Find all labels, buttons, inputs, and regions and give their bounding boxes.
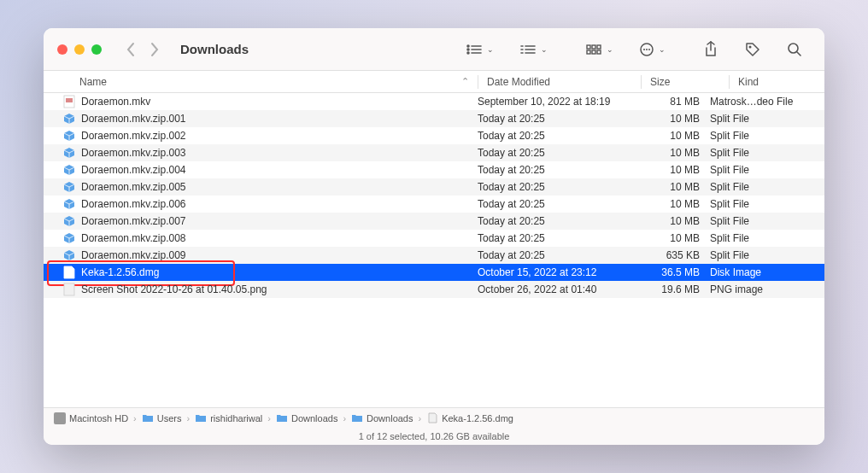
svg-point-0 — [467, 45, 469, 47]
forward-button[interactable] — [150, 42, 160, 57]
path-label: rishidhariwal — [210, 413, 262, 423]
action-menu-icon[interactable]: ⌄ — [639, 42, 666, 57]
share-icon[interactable] — [703, 41, 718, 58]
view-list-icon[interactable]: ⌄ — [466, 44, 494, 55]
file-name: Doraemon.mkv.zip.005 — [81, 181, 186, 193]
svg-point-2 — [467, 49, 469, 50]
file-name: Doraemon.mkv.zip.003 — [81, 147, 186, 159]
svg-rect-14 — [597, 45, 601, 49]
close-button[interactable] — [57, 44, 67, 55]
file-date: Today at 20:25 — [478, 181, 631, 193]
file-size: 10 MB — [631, 130, 710, 142]
file-kind: Split File — [710, 215, 824, 227]
minimize-button[interactable] — [74, 44, 85, 55]
search-icon[interactable] — [787, 42, 802, 57]
path-segment[interactable]: Keka-1.2.56.dmg — [426, 412, 513, 424]
header-size[interactable]: Size — [650, 76, 729, 88]
header-name[interactable]: Name ⌃ — [44, 76, 478, 88]
file-date: Today at 20:25 — [478, 232, 631, 244]
file-kind: Matrosk…deo File — [710, 96, 824, 108]
video-file-icon — [62, 95, 76, 108]
svg-rect-17 — [597, 50, 601, 54]
file-date: Today at 20:25 — [478, 164, 631, 176]
path-segment[interactable]: Downloads — [351, 412, 413, 424]
path-separator: › — [267, 413, 271, 423]
file-name: Doraemon.mkv.zip.004 — [81, 164, 186, 176]
file-date: September 10, 2022 at 18:19 — [478, 96, 631, 108]
finder-window: Downloads ⌄ ⌄ ⌄ ⌄ Name ⌃ — [44, 28, 824, 445]
path-separator: › — [186, 413, 190, 423]
file-size: 10 MB — [631, 232, 710, 244]
archive-icon — [62, 146, 76, 160]
path-label: Users — [157, 413, 182, 423]
file-size: 635 KB — [631, 249, 710, 261]
folder-icon — [142, 412, 154, 424]
header-kind[interactable]: Kind — [738, 76, 824, 88]
svg-line-24 — [797, 52, 801, 55]
svg-point-21 — [648, 49, 650, 50]
file-row[interactable]: Doraemon.mkv.zip.009Today at 20:25635 KB… — [44, 247, 824, 264]
archive-icon — [62, 129, 76, 143]
svg-point-4 — [467, 52, 469, 54]
file-date: Today at 20:25 — [478, 113, 631, 125]
file-name: Doraemon.mkv.zip.001 — [81, 113, 186, 125]
drive-icon — [54, 412, 66, 424]
file-row[interactable]: Doraemon.mkv.zip.008Today at 20:2510 MBS… — [44, 230, 824, 247]
svg-point-22 — [749, 45, 752, 48]
file-name: Keka-1.2.56.dmg — [81, 266, 159, 278]
file-name: Doraemon.mkv.zip.002 — [81, 130, 186, 142]
file-row[interactable]: Doraemon.mkv.zip.006Today at 20:2510 MBS… — [44, 196, 824, 213]
archive-icon — [62, 163, 76, 177]
file-size: 19.6 MB — [631, 283, 710, 295]
svg-rect-26 — [66, 98, 73, 102]
window-controls — [57, 44, 102, 55]
svg-rect-15 — [587, 50, 590, 54]
path-segment[interactable]: Downloads — [276, 412, 337, 424]
group-icon[interactable]: ⌄ — [519, 44, 548, 55]
file-row[interactable]: Screen Shot 2022-10-26 at 01.40.05.pngOc… — [44, 281, 824, 298]
path-segment[interactable]: rishidhariwal — [195, 412, 262, 424]
chevron-down-icon: ⌄ — [487, 45, 494, 54]
sort-caret-icon: ⌃ — [461, 76, 469, 87]
chevron-down-icon: ⌄ — [659, 45, 666, 54]
header-name-label: Name — [79, 76, 107, 88]
file-row[interactable]: Doraemon.mkv.zip.003Today at 20:2510 MBS… — [44, 144, 824, 161]
maximize-button[interactable] — [91, 44, 102, 55]
svg-rect-13 — [592, 45, 595, 49]
chevron-down-icon: ⌄ — [607, 45, 613, 54]
file-row[interactable]: Doraemon.mkv.zip.004Today at 20:2510 MBS… — [44, 161, 824, 178]
file-size: 36.5 MB — [631, 266, 710, 278]
file-kind: Split File — [710, 130, 824, 142]
tags-icon[interactable] — [744, 41, 761, 58]
file-row[interactable]: Doraemon.mkv.zip.007Today at 20:2510 MBS… — [44, 213, 824, 230]
file-row[interactable]: Doraemon.mkv.zip.001Today at 20:2510 MBS… — [44, 110, 824, 127]
file-row[interactable]: Doraemon.mkv.zip.005Today at 20:2510 MBS… — [44, 178, 824, 196]
view-options-icon[interactable]: ⌄ — [585, 44, 613, 55]
file-kind: Split File — [710, 113, 824, 125]
file-date: Today at 20:25 — [478, 130, 631, 142]
file-size: 10 MB — [631, 215, 710, 227]
back-button[interactable] — [126, 42, 135, 57]
file-name: Doraemon.mkv.zip.006 — [81, 198, 186, 210]
file-row[interactable]: Doraemon.mkvSeptember 10, 2022 at 18:198… — [44, 93, 824, 110]
file-kind: Split File — [710, 232, 824, 244]
file-row[interactable]: Keka-1.2.56.dmgOctober 15, 2022 at 23:12… — [44, 264, 824, 281]
file-name: Doraemon.mkv.zip.007 — [81, 215, 186, 227]
file-size: 10 MB — [631, 113, 710, 125]
path-separator: › — [343, 413, 346, 423]
file-list: Doraemon.mkvSeptember 10, 2022 at 18:198… — [44, 93, 824, 407]
file-size: 10 MB — [631, 181, 710, 193]
file-kind: Split File — [710, 181, 824, 193]
file-size: 10 MB — [631, 164, 710, 176]
header-date[interactable]: Date Modified — [487, 76, 641, 88]
path-segment[interactable]: Macintosh HD — [54, 412, 128, 424]
archive-icon — [62, 214, 76, 228]
file-row[interactable]: Doraemon.mkv.zip.002Today at 20:2510 MBS… — [44, 127, 824, 144]
svg-point-23 — [789, 44, 798, 53]
path-bar: Macintosh HD›Users›rishidhariwal›Downloa… — [44, 407, 824, 428]
path-segment[interactable]: Users — [142, 412, 182, 424]
svg-point-20 — [646, 49, 648, 50]
archive-icon — [62, 197, 76, 211]
file-kind: Disk Image — [710, 266, 824, 278]
archive-icon — [62, 180, 76, 194]
